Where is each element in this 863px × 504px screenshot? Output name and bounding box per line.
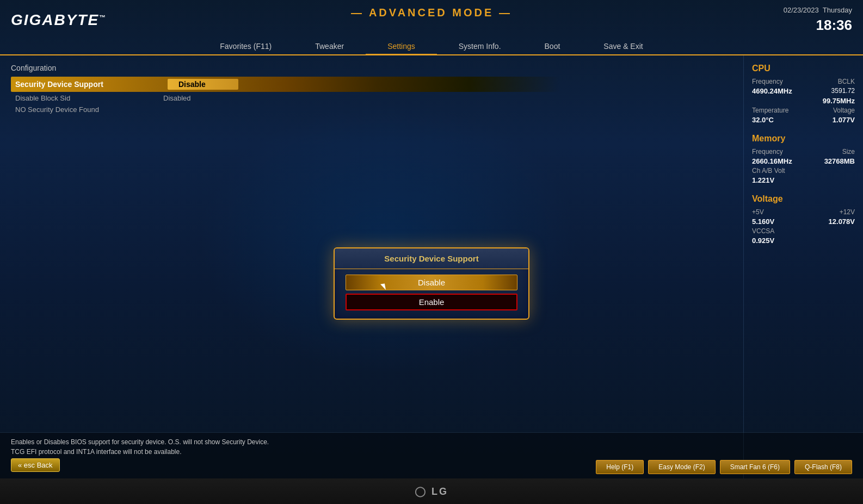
disable-block-sid-value: Disabled xyxy=(163,94,191,102)
section-label: Configuration xyxy=(11,64,560,72)
voltage-vccsa-label: VCCSA xyxy=(752,227,774,235)
help-button[interactable]: Help (F1) xyxy=(596,460,644,474)
esc-back-button[interactable]: esc Back xyxy=(11,458,60,472)
lg-logo: ◯ LG xyxy=(415,486,448,497)
day-value: Thursday xyxy=(823,6,852,14)
cpu-bclk-label: BCLK xyxy=(838,78,855,85)
cpu-frequency-value: 4690.24MHz xyxy=(752,87,792,95)
tab-settings[interactable]: Settings xyxy=(366,39,437,55)
voltage-5-12-label-row: +5V +12V xyxy=(752,208,855,216)
cpu-voltage-value: 1.077V xyxy=(833,116,855,124)
voltage-title: Voltage xyxy=(752,194,855,204)
cpu-info-section: CPU Frequency BCLK 4690.24MHz 3591.72 99… xyxy=(752,64,855,124)
time-value: 18:36 xyxy=(784,15,852,35)
help-text-line2: TCG EFI protocol and INT1A interface wil… xyxy=(11,447,419,457)
datetime-display: 02/23/2023 Thursday 18:36 xyxy=(784,5,852,35)
bios-title: ADVANCED MODE xyxy=(351,7,512,19)
tab-system-info[interactable]: System Info. xyxy=(437,39,523,54)
memory-frequency-label: Frequency xyxy=(752,148,783,155)
tab-boot[interactable]: Boot xyxy=(523,39,582,54)
smart-fan-button[interactable]: Smart Fan 6 (F6) xyxy=(720,460,790,474)
memory-size-value: 32768MB xyxy=(824,157,855,165)
voltage-12v-value: 12.078V xyxy=(829,217,855,226)
cpu-bclk-mhz-row: 99.75MHz xyxy=(752,97,855,105)
modal-title: Security Device Support xyxy=(335,248,528,269)
voltage-12v-label: +12V xyxy=(840,208,855,216)
memory-frequency-value: 2660.16MHz xyxy=(752,157,792,165)
easy-mode-button[interactable]: Easy Mode (F2) xyxy=(648,460,715,474)
right-panel: CPU Frequency BCLK 4690.24MHz 3591.72 99… xyxy=(743,55,863,478)
logo-tm: ™ xyxy=(99,14,107,21)
cpu-title: CPU xyxy=(752,64,855,73)
date-line: 02/23/2023 Thursday xyxy=(784,5,852,15)
modal-dialog[interactable]: Security Device Support Disable Enable xyxy=(334,247,529,320)
left-panel: Configuration Security Device Support Di… xyxy=(0,55,571,478)
security-device-support-row[interactable]: Security Device Support Disable xyxy=(11,77,560,92)
voltage-info-section: Voltage +5V +12V 5.160V 12.078V VCCSA 0.… xyxy=(752,194,855,245)
cpu-frequency-row: Frequency BCLK xyxy=(752,78,855,85)
memory-volt-value: 1.221V xyxy=(752,176,774,184)
qflash-button[interactable]: Q-Flash (F8) xyxy=(794,460,852,474)
security-device-support-value: Disable xyxy=(168,79,238,90)
modal-options: Disable Enable xyxy=(335,269,528,319)
disable-block-sid-row[interactable]: Disable Block Sid Disabled xyxy=(11,93,560,103)
cpu-bclk-mhz: 99.75MHz xyxy=(823,97,855,105)
date-value: 02/23/2023 xyxy=(784,6,819,14)
voltage-5v-label: +5V xyxy=(752,208,764,216)
cpu-frequency-value-row: 4690.24MHz 3591.72 xyxy=(752,87,855,95)
tab-tweaker[interactable]: Tweaker xyxy=(293,39,366,54)
voltage-5v-value: 5.160V xyxy=(752,217,774,226)
logo-text: GIGABYTE xyxy=(11,11,99,28)
cpu-bclk-number: 3591.72 xyxy=(831,87,855,95)
help-text-line1: Enables or Disables BIOS support for sec… xyxy=(11,437,419,447)
disable-block-sid-key: Disable Block Sid xyxy=(11,93,163,103)
memory-freq-value-row: 2660.16MHz 32768MB xyxy=(752,157,855,165)
tab-save-exit[interactable]: Save & Exit xyxy=(582,39,664,54)
security-device-support-key: Security Device Support xyxy=(15,80,168,89)
memory-freq-label-row: Frequency Size xyxy=(752,148,855,155)
monitor-bar: ◯ LG xyxy=(0,478,863,504)
cpu-voltage-label: Voltage xyxy=(833,107,855,114)
modal-option-disable[interactable]: Disable xyxy=(346,275,517,290)
memory-volt-label: Ch A/B Volt xyxy=(752,167,785,175)
modal-option-enable[interactable]: Enable xyxy=(346,294,517,310)
memory-volt-label-row: Ch A/B Volt xyxy=(752,167,855,175)
cpu-temp-value-row: 32.0°C 1.077V xyxy=(752,116,855,124)
bios-screen: GIGABYTE™ ADVANCED MODE 02/23/2023 Thurs… xyxy=(0,0,863,478)
cpu-temperature-value: 32.0°C xyxy=(752,116,774,124)
header: GIGABYTE™ ADVANCED MODE 02/23/2023 Thurs… xyxy=(0,0,863,35)
modal-overlay: Security Device Support Disable Enable xyxy=(0,55,863,478)
tab-favorites[interactable]: Favorites (F11) xyxy=(198,39,293,54)
cpu-frequency-label: Frequency xyxy=(752,78,783,85)
no-security-device-row: NO Security Device Found xyxy=(11,104,560,115)
voltage-vccsa-value: 0.925V xyxy=(752,237,774,245)
main-content: Configuration Security Device Support Di… xyxy=(0,55,863,478)
memory-info-section: Memory Frequency Size 2660.16MHz 32768MB… xyxy=(752,134,855,184)
cpu-temperature-label: Temperature xyxy=(752,107,788,114)
cpu-temp-row: Temperature Voltage xyxy=(752,107,855,114)
nav-tabs: Favorites (F11) Tweaker Settings System … xyxy=(0,39,863,55)
cpu-bclk-value: 3591.72 xyxy=(831,87,855,95)
voltage-vccsa-value-row: 0.925V xyxy=(752,237,855,245)
advanced-mode-title: ADVANCED MODE xyxy=(351,7,512,18)
bottom-buttons: Help (F1) Easy Mode (F2) Smart Fan 6 (F6… xyxy=(11,460,852,474)
memory-volt-value-row: 1.221V xyxy=(752,176,855,184)
bottom-bar: Enables or Disables BIOS support for sec… xyxy=(0,432,863,478)
help-text: Enables or Disables BIOS support for sec… xyxy=(11,437,419,457)
voltage-5-12-value-row: 5.160V 12.078V xyxy=(752,217,855,226)
gigabyte-logo: GIGABYTE™ xyxy=(11,11,107,29)
memory-size-label: Size xyxy=(842,148,855,155)
no-security-device-label: NO Security Device Found xyxy=(11,104,163,115)
memory-title: Memory xyxy=(752,134,855,144)
voltage-vccsa-label-row: VCCSA xyxy=(752,227,855,235)
